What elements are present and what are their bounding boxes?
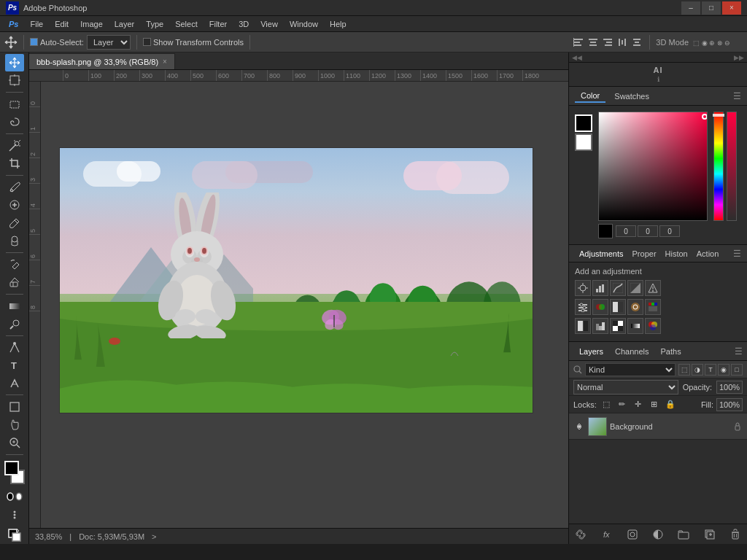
canvas-bg[interactable] xyxy=(41,82,568,528)
menu-edit[interactable]: Edit xyxy=(49,16,74,32)
dodge-tool[interactable] xyxy=(5,315,24,332)
menu-ps[interactable]: Ps xyxy=(3,16,24,32)
filter-pixel[interactable]: ⬚ xyxy=(678,364,690,376)
filter-shape[interactable]: ◉ xyxy=(718,364,729,376)
lock-artboard[interactable]: ⊞ xyxy=(648,398,661,411)
opacity-input[interactable] xyxy=(716,381,743,394)
adj-menu[interactable]: ☰ xyxy=(733,249,741,259)
kind-filter[interactable]: Kind xyxy=(585,363,676,376)
tab-adjustments[interactable]: Adjustments xyxy=(575,248,628,260)
marquee-rect-tool[interactable] xyxy=(5,96,24,113)
pen-tool[interactable] xyxy=(5,339,24,357)
lasso-tool[interactable] xyxy=(5,114,24,131)
menu-select[interactable]: Select xyxy=(169,16,204,32)
tab-color[interactable]: Color xyxy=(575,90,605,103)
tab-paths[interactable]: Paths xyxy=(655,346,687,357)
menu-file[interactable]: File xyxy=(24,16,49,32)
filter-smartobj[interactable]: □ xyxy=(731,364,743,376)
filter-type[interactable]: T xyxy=(705,364,716,376)
lock-transparent[interactable]: ⬚ xyxy=(600,398,613,411)
tab-proper[interactable]: Proper xyxy=(628,248,661,260)
fg-bg-toggle[interactable] xyxy=(5,527,24,544)
lock-image[interactable]: ✏ xyxy=(616,398,629,411)
history-brush-tool[interactable] xyxy=(5,256,24,273)
menu-3d[interactable]: 3D xyxy=(233,16,255,32)
crop-tool[interactable] xyxy=(5,155,24,172)
status-arrow[interactable]: > xyxy=(152,532,156,541)
group-layers-btn[interactable] xyxy=(676,527,691,542)
adj-bw[interactable] xyxy=(610,299,626,315)
document-tab[interactable]: bbb-splash.png @ 33,9% (RGB/8) × xyxy=(29,53,175,69)
lock-position[interactable]: ✛ xyxy=(632,398,645,411)
tab-histon[interactable]: Histon xyxy=(661,248,692,260)
brush-tool[interactable] xyxy=(5,214,24,232)
link-layers-btn[interactable] xyxy=(573,527,588,542)
hue-strip[interactable] xyxy=(713,112,724,221)
g-channel[interactable] xyxy=(638,225,658,237)
menu-image[interactable]: Image xyxy=(74,16,109,32)
distribute2-icon[interactable] xyxy=(630,36,643,49)
adj-channelmixer[interactable] xyxy=(645,299,661,315)
adj-selectivecolor[interactable] xyxy=(645,318,661,334)
minimize-button[interactable]: – xyxy=(681,1,700,15)
shape-tool[interactable] xyxy=(5,398,24,416)
eraser-tool[interactable] xyxy=(5,273,24,291)
background-color[interactable] xyxy=(575,133,592,151)
adj-photofilter[interactable] xyxy=(627,299,643,315)
layers-panel-menu[interactable]: ☰ xyxy=(735,346,743,357)
close-button[interactable]: × xyxy=(722,1,741,15)
tab-action[interactable]: Action xyxy=(692,248,724,260)
adj-posterize[interactable] xyxy=(592,318,608,334)
magic-wand-tool[interactable] xyxy=(5,137,24,155)
transform-checkbox[interactable] xyxy=(143,38,151,46)
layer-background[interactable]: Background xyxy=(569,413,747,440)
foreground-color[interactable] xyxy=(575,114,592,132)
align-center-icon[interactable] xyxy=(587,36,600,49)
add-mask-btn[interactable] xyxy=(625,527,640,542)
adj-curves[interactable] xyxy=(610,280,626,296)
adj-brightness[interactable] xyxy=(575,280,591,296)
adj-gradientmap[interactable] xyxy=(627,318,643,334)
path-select-tool[interactable] xyxy=(5,375,24,392)
alpha-strip[interactable] xyxy=(727,112,737,221)
info-icon[interactable]: ℹ xyxy=(657,76,659,83)
menu-layer[interactable]: Layer xyxy=(109,16,141,32)
filter-adjust[interactable]: ◑ xyxy=(692,364,703,376)
b-channel[interactable] xyxy=(659,225,680,237)
layer-visibility-eye[interactable] xyxy=(573,421,585,432)
tab-swatches[interactable]: Swatches xyxy=(608,90,655,102)
move-tool[interactable] xyxy=(5,54,24,71)
adj-levels[interactable] xyxy=(592,280,608,296)
tab-close[interactable]: × xyxy=(163,58,167,66)
distribute-icon[interactable] xyxy=(616,36,629,49)
gradient-tool[interactable] xyxy=(5,298,24,315)
adj-vibrance[interactable] xyxy=(645,280,661,296)
adj-exposure[interactable] xyxy=(627,280,643,296)
menu-filter[interactable]: Filter xyxy=(204,16,233,32)
delete-layer-btn[interactable] xyxy=(728,527,743,542)
blend-mode-select[interactable]: Normal Multiply Screen Overlay xyxy=(573,380,678,394)
menu-type[interactable]: Type xyxy=(140,16,169,32)
adj-colorbalance[interactable] xyxy=(592,299,608,315)
healing-tool[interactable] xyxy=(5,196,24,214)
zoom-tool[interactable] xyxy=(5,434,24,451)
artboard-tool[interactable] xyxy=(5,72,24,90)
align-right-icon[interactable] xyxy=(601,36,614,49)
adj-threshold[interactable] xyxy=(610,318,626,334)
hand-tool[interactable] xyxy=(5,416,24,434)
clone-tool[interactable] xyxy=(5,233,24,250)
fill-input[interactable] xyxy=(716,398,743,411)
more-tools[interactable] xyxy=(5,506,24,524)
new-layer-btn[interactable] xyxy=(703,527,717,542)
menu-view[interactable]: View xyxy=(255,16,284,32)
color-panel-menu[interactable]: ☰ xyxy=(733,91,741,101)
ellipse-icon[interactable] xyxy=(5,488,24,505)
menu-window[interactable]: Window xyxy=(284,16,324,32)
adj-huesat[interactable] xyxy=(575,299,591,315)
fx-btn[interactable]: fx xyxy=(599,527,614,542)
r-channel[interactable] xyxy=(616,225,636,237)
tab-channels[interactable]: Channels xyxy=(609,346,654,357)
color-picker[interactable] xyxy=(598,112,741,238)
restore-button[interactable]: □ xyxy=(702,1,721,15)
eyedropper-tool[interactable] xyxy=(5,179,24,196)
